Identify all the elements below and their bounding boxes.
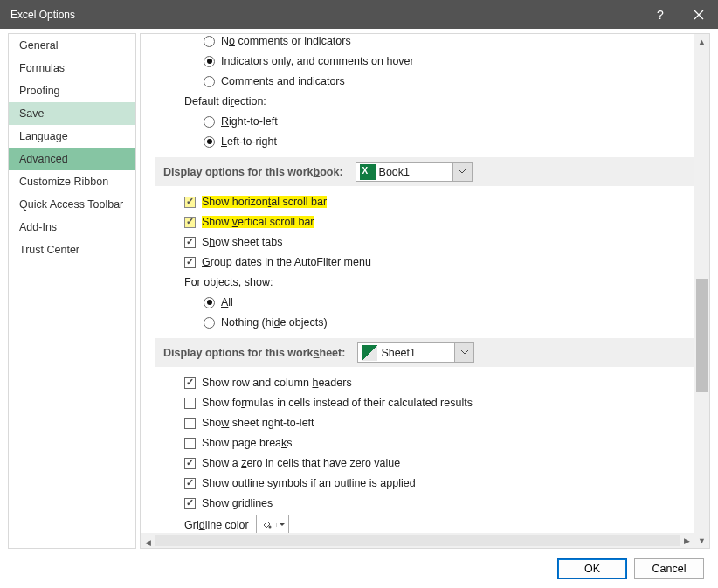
checkbox-icon (184, 498, 196, 509)
checkbox-icon (184, 257, 196, 268)
radio-indicators-only[interactable]: Indicators only, and comments on hover (155, 52, 695, 70)
checkbox-show-row-column-headers[interactable]: Show row and column headers (155, 374, 695, 391)
scroll-right-icon[interactable]: ▶ (680, 533, 694, 548)
radio-objects-nothing[interactable]: Nothing (hide objects) (155, 314, 695, 331)
checkbox-show-outline-symbols[interactable]: Show outline symbols if an outline is ap… (155, 474, 695, 492)
radio-icon (204, 317, 215, 329)
ok-button[interactable]: OK (557, 558, 627, 579)
sidebar-item-formulas[interactable]: Formulas (9, 57, 135, 80)
sidebar-item-save[interactable]: Save (9, 102, 135, 125)
checkbox-show-sheet-tabs[interactable]: Show sheet tabs (155, 233, 695, 251)
sidebar-item-proofing[interactable]: Proofing (9, 80, 135, 102)
checkbox-icon (184, 217, 196, 228)
radio-left-to-right[interactable]: Left-to-right (155, 133, 695, 150)
chevron-down-icon (452, 163, 472, 181)
vertical-scrollbar[interactable]: ▲ ▼ (694, 34, 709, 548)
excel-workbook-icon (360, 164, 376, 180)
gridline-color-picker[interactable] (256, 515, 289, 535)
options-content-pane: No comments or indicators Indicators onl… (140, 33, 710, 549)
radio-objects-all[interactable]: All (155, 294, 695, 311)
default-direction-label: Default direction: (155, 93, 695, 110)
checkbox-icon (184, 377, 196, 389)
svg-point-0 (268, 525, 271, 528)
radio-right-to-left[interactable]: Right-to-left (155, 113, 695, 130)
scroll-down-icon[interactable]: ▼ (694, 533, 709, 548)
cancel-button[interactable]: Cancel (634, 558, 704, 579)
checkbox-icon (184, 478, 196, 489)
radio-comments-and-indicators[interactable]: Comments and indicators (155, 73, 695, 90)
radio-icon (204, 56, 215, 67)
excel-worksheet-icon (362, 345, 377, 361)
category-sidebar: General Formulas Proofing Save Language … (8, 33, 136, 549)
checkbox-show-zero-in-cells[interactable]: Show a zero in cells that have zero valu… (155, 454, 695, 472)
checkbox-icon (184, 237, 196, 248)
checkbox-icon (184, 458, 196, 469)
for-objects-show-label: For objects, show: (155, 273, 695, 291)
radio-no-comments[interactable]: No comments or indicators (155, 34, 695, 50)
checkbox-show-page-breaks[interactable]: Show page breaks (155, 434, 695, 452)
checkbox-show-formulas-in-cells[interactable]: Show formulas in cells instead of their … (155, 394, 695, 412)
checkbox-show-horizontal-scroll-bar[interactable]: Show horizontal scroll bar (155, 193, 695, 211)
checkbox-group-dates-autofilter[interactable]: Group dates in the AutoFilter menu (155, 253, 695, 271)
window-title: Excel Options (10, 9, 641, 21)
checkbox-show-gridlines[interactable]: Show gridlines (155, 495, 695, 512)
sidebar-item-add-ins[interactable]: Add-Ins (9, 216, 135, 239)
section-display-worksheet: Display options for this worksheet: Shee… (155, 338, 695, 367)
scroll-up-icon[interactable]: ▲ (694, 34, 709, 49)
radio-icon (204, 76, 215, 87)
radio-icon (204, 136, 215, 148)
help-button[interactable]: ? (641, 0, 680, 29)
paint-bucket-icon (257, 519, 276, 531)
worksheet-dropdown[interactable]: Sheet1 (357, 342, 474, 363)
title-bar: Excel Options ? (0, 0, 718, 29)
workbook-dropdown[interactable]: Book1 (356, 162, 473, 182)
section-display-workbook: Display options for this workbook: Book1 (155, 157, 695, 186)
sidebar-item-general[interactable]: General (9, 34, 135, 57)
horizontal-scrollbar[interactable]: ◀ ▶ (141, 533, 694, 548)
checkbox-show-vertical-scroll-bar[interactable]: Show vertical scroll bar (155, 213, 695, 231)
scroll-left-icon[interactable]: ◀ (141, 536, 155, 550)
sidebar-item-trust-center[interactable]: Trust Center (9, 239, 135, 261)
sidebar-item-advanced[interactable]: Advanced (9, 148, 135, 170)
radio-icon (204, 297, 215, 308)
checkbox-icon (184, 197, 196, 208)
dialog-footer: OK Cancel (0, 553, 718, 584)
checkbox-icon (184, 418, 196, 429)
sidebar-item-language[interactable]: Language (9, 125, 135, 148)
checkbox-icon (184, 398, 196, 409)
sidebar-item-quick-access-toolbar[interactable]: Quick Access Toolbar (9, 193, 135, 216)
radio-icon (204, 116, 215, 128)
radio-icon (204, 36, 215, 47)
scrollbar-thumb[interactable] (696, 279, 708, 392)
gridline-color-row: Gridline color (155, 515, 695, 535)
close-button[interactable] (680, 0, 718, 29)
chevron-down-icon (454, 343, 473, 362)
sidebar-item-customize-ribbon[interactable]: Customize Ribbon (9, 170, 135, 193)
scrollbar-thumb[interactable] (155, 535, 680, 546)
checkbox-icon (184, 438, 196, 449)
checkbox-show-sheet-rtl[interactable]: Show sheet right-to-left (155, 414, 695, 432)
chevron-down-icon (276, 523, 288, 527)
